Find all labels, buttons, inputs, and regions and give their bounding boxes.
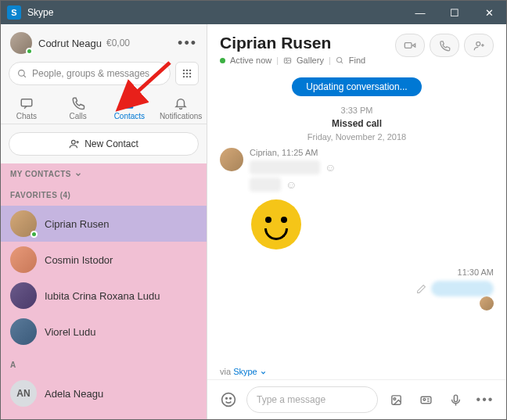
- more-icon: •••: [476, 393, 494, 407]
- message-placeholder: Type a message: [257, 394, 325, 405]
- add-person-icon: [69, 138, 80, 149]
- close-button[interactable]: ✕: [472, 1, 506, 24]
- missed-call-label: Missed call: [220, 118, 494, 129]
- svg-point-18: [286, 59, 287, 60]
- svg-point-6: [186, 73, 188, 74]
- nav-tabs: Chats Calls Contacts Notifications: [1, 92, 207, 124]
- tab-contacts[interactable]: Contacts: [104, 92, 156, 124]
- section-a-header: A: [1, 354, 207, 375]
- audio-call-button[interactable]: [430, 34, 459, 57]
- message-input[interactable]: Type a message: [246, 386, 378, 413]
- profile-row[interactable]: Codrut Neagu €0,00 •••: [1, 24, 207, 59]
- svg-point-8: [183, 76, 185, 77]
- file-icon: [390, 393, 403, 407]
- svg-rect-34: [454, 395, 457, 402]
- mic-icon: [449, 393, 462, 407]
- phone-icon: [439, 40, 451, 52]
- video-call-button[interactable]: [395, 34, 425, 57]
- contacts-list: MY CONTACTS FAVORITES (4) Ciprian Rusen …: [1, 163, 207, 419]
- emoji-button[interactable]: [217, 388, 240, 411]
- svg-point-14: [72, 140, 76, 144]
- svg-point-9: [186, 76, 188, 77]
- tab-chats[interactable]: Chats: [1, 92, 52, 124]
- svg-point-4: [189, 70, 191, 71]
- my-contacts-header[interactable]: MY CONTACTS: [1, 163, 207, 185]
- svg-point-7: [189, 73, 191, 74]
- svg-point-19: [336, 57, 341, 62]
- skype-link[interactable]: Skype: [233, 367, 257, 376]
- find-icon: [336, 56, 344, 65]
- maximize-button[interactable]: ☐: [437, 1, 472, 24]
- via-skype: via Skype: [207, 364, 506, 379]
- titlebar: S Skype — ☐ ✕: [1, 1, 506, 24]
- contact-item[interactable]: Ciprian Rusen: [1, 206, 207, 242]
- window-title: Skype: [27, 7, 403, 18]
- contact-name: Adela Neagu: [45, 388, 103, 400]
- contact-name: Cosmin Istodor: [45, 254, 113, 266]
- message-redacted: [250, 178, 281, 192]
- svg-point-31: [422, 398, 425, 400]
- conversation-header: Ciprian Rusen Active now | Gallery | Fin…: [207, 24, 506, 68]
- message-redacted: [250, 160, 320, 174]
- gallery-link[interactable]: Gallery: [297, 56, 324, 65]
- search-input[interactable]: People, groups & messages: [9, 62, 171, 85]
- contact-item[interactable]: AN Adela Neagu: [1, 375, 207, 411]
- add-people-button[interactable]: [464, 34, 494, 57]
- presence-dot: [31, 231, 38, 238]
- date-label: Friday, November 2, 2018: [220, 132, 494, 142]
- svg-point-27: [230, 398, 232, 400]
- svg-point-3: [186, 70, 188, 71]
- contact-item[interactable]: Viorel Ludu: [1, 314, 207, 350]
- incoming-message: Ciprian, 11:25 AM ☺ ☺: [220, 148, 494, 249]
- react-icon[interactable]: ☺: [325, 161, 336, 174]
- contact-avatar: [10, 318, 37, 345]
- more-icon[interactable]: •••: [178, 35, 197, 52]
- contact-item[interactable]: Cosmin Istodor: [1, 242, 207, 278]
- search-icon: [17, 69, 27, 79]
- outgoing-message: [220, 281, 494, 296]
- conversation-pane: Ciprian Rusen Active now | Gallery | Fin…: [207, 24, 506, 419]
- tab-calls[interactable]: Calls: [52, 92, 104, 124]
- tab-notifications[interactable]: Notifications: [155, 92, 207, 124]
- svg-point-2: [183, 70, 185, 71]
- svg-point-10: [189, 76, 191, 77]
- read-receipt-avatar: [480, 296, 494, 311]
- attach-file-button[interactable]: [384, 388, 408, 411]
- profile-balance: €0,00: [106, 38, 130, 48]
- card-icon: [419, 393, 433, 407]
- svg-point-13: [128, 101, 131, 104]
- minimize-button[interactable]: —: [403, 1, 437, 24]
- svg-point-22: [476, 41, 480, 45]
- message-redacted: [431, 281, 494, 296]
- contact-avatar: [10, 246, 37, 273]
- contacts-icon: [122, 96, 136, 110]
- sender-avatar: [220, 148, 243, 171]
- favorites-header: FAVORITES (4): [1, 185, 207, 206]
- edit-icon[interactable]: [416, 284, 426, 294]
- emoji-icon: [221, 392, 236, 407]
- dialpad-icon: [182, 68, 192, 79]
- new-contact-button[interactable]: New Contact: [9, 132, 199, 156]
- conversation-body: 3:33 PM Missed call Friday, November 2, …: [207, 99, 506, 364]
- smiley-emoji: [251, 199, 301, 249]
- chevron-down-icon: [260, 369, 267, 376]
- contact-name: Iubita Crina Roxana Ludu: [45, 290, 160, 302]
- more-button[interactable]: •••: [473, 388, 497, 411]
- contact-name: Viorel Ludu: [45, 326, 96, 338]
- svg-rect-21: [405, 43, 412, 48]
- video-icon: [404, 39, 416, 52]
- time-label: 3:33 PM: [220, 106, 494, 115]
- contact-avatar: AN: [10, 380, 37, 407]
- svg-point-0: [19, 70, 25, 76]
- contact-card-button[interactable]: [414, 388, 437, 411]
- react-icon[interactable]: ☺: [286, 178, 297, 191]
- contact-item[interactable]: Iubita Crina Roxana Ludu: [1, 278, 207, 314]
- contact-avatar: [10, 282, 37, 309]
- find-link[interactable]: Find: [349, 56, 365, 65]
- svg-point-5: [183, 73, 185, 74]
- bell-icon: [174, 96, 188, 110]
- svg-point-29: [393, 397, 395, 400]
- mic-button[interactable]: [444, 388, 467, 411]
- dialpad-button[interactable]: [175, 62, 199, 85]
- profile-avatar: [10, 32, 32, 54]
